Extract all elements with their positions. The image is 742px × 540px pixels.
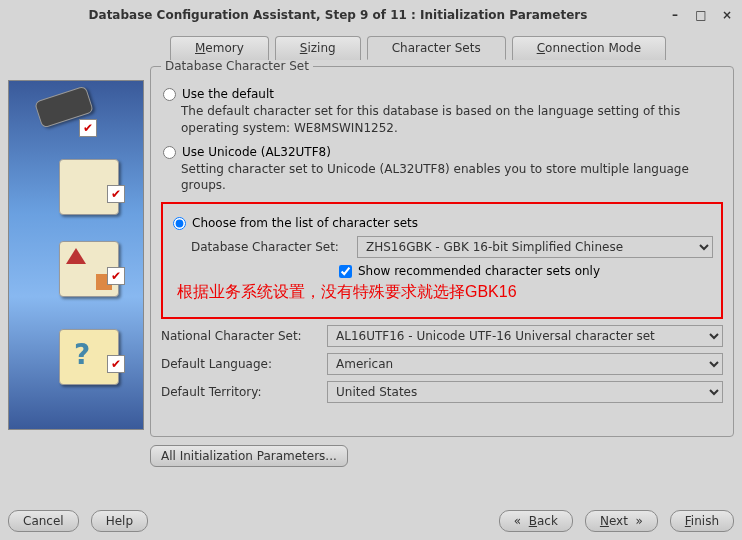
radio-choose-from-list-label: Choose from the list of character sets: [192, 216, 418, 230]
maximize-icon[interactable]: □: [694, 8, 708, 22]
check-icon: ✔: [107, 267, 125, 285]
tab-bar: Memory Sizing Character Sets Connection …: [170, 36, 734, 60]
radio-use-default-label: Use the default: [182, 87, 274, 101]
default-language-label: Default Language:: [161, 357, 319, 371]
cancel-button[interactable]: Cancel: [8, 510, 79, 532]
check-icon: ✔: [107, 185, 125, 203]
default-territory-label: Default Territory:: [161, 385, 319, 399]
check-icon: ✔: [107, 355, 125, 373]
annotation-box: Choose from the list of character sets D…: [161, 202, 723, 319]
national-charset-label: National Character Set:: [161, 329, 319, 343]
groupbox-title: Database Character Set: [161, 59, 313, 73]
show-recommended-checkbox[interactable]: [339, 265, 352, 278]
tab-sizing[interactable]: Sizing: [275, 36, 361, 60]
db-charset-label: Database Character Set:: [191, 240, 349, 254]
tab-character-sets[interactable]: Character Sets: [367, 36, 506, 60]
database-charset-group: Database Character Set Use the default T…: [150, 59, 734, 437]
next-button[interactable]: Next »: [585, 510, 658, 532]
db-charset-select[interactable]: ZHS16GBK - GBK 16-bit Simplified Chinese: [357, 236, 713, 258]
radio-use-default-desc: The default character set for this datab…: [181, 103, 723, 137]
radio-choose-from-list[interactable]: [173, 217, 186, 230]
window-title: Database Configuration Assistant, Step 9…: [8, 8, 668, 22]
radio-use-unicode-label: Use Unicode (AL32UTF8): [182, 145, 331, 159]
finish-button[interactable]: Finish: [670, 510, 734, 532]
tab-memory[interactable]: Memory: [170, 36, 269, 60]
help-button[interactable]: Help: [91, 510, 148, 532]
wizard-sidebar: ✔ ✔ ✔ ✔: [8, 80, 144, 430]
national-charset-select[interactable]: AL16UTF16 - Unicode UTF-16 Universal cha…: [327, 325, 723, 347]
minimize-icon[interactable]: –: [668, 8, 682, 22]
check-icon: ✔: [79, 119, 97, 137]
tab-connection-mode[interactable]: Connection Mode: [512, 36, 666, 60]
close-icon[interactable]: ×: [720, 8, 734, 22]
back-button[interactable]: « Back: [499, 510, 573, 532]
all-init-params-button[interactable]: All Initialization Parameters...: [150, 445, 348, 467]
show-recommended-label: Show recommended character sets only: [358, 264, 600, 278]
radio-use-default[interactable]: [163, 88, 176, 101]
annotation-text: 根据业务系统设置，没有特殊要求就选择GBK16: [177, 282, 713, 303]
default-language-select[interactable]: American: [327, 353, 723, 375]
titlebar: Database Configuration Assistant, Step 9…: [0, 0, 742, 30]
radio-use-unicode[interactable]: [163, 146, 176, 159]
default-territory-select[interactable]: United States: [327, 381, 723, 403]
radio-use-unicode-desc: Setting character set to Unicode (AL32UT…: [181, 161, 723, 195]
